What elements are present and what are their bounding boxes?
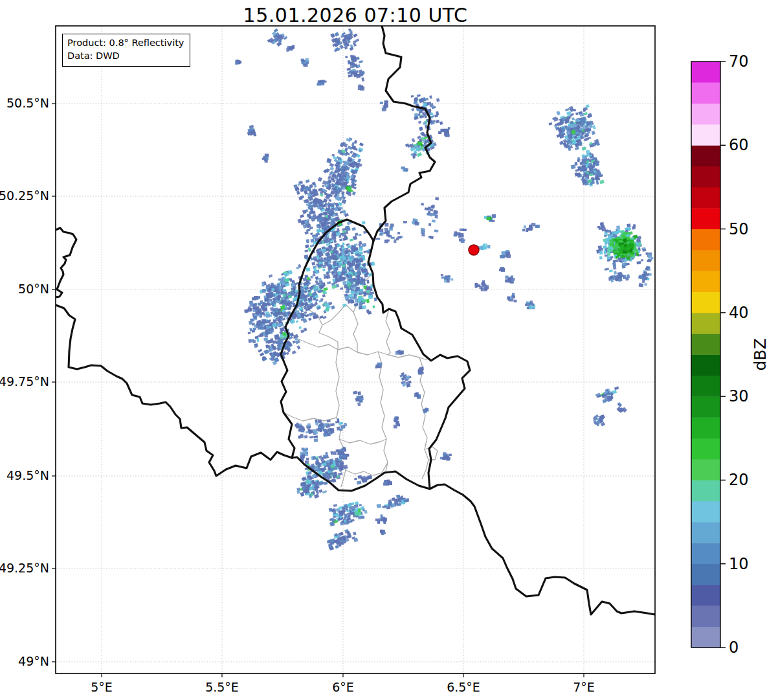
colorbar-segment xyxy=(691,585,720,606)
radar-cell xyxy=(300,434,304,438)
radar-site-marker xyxy=(469,245,479,255)
radar-cell xyxy=(448,127,450,130)
x-tick-label: 5.5°E xyxy=(205,680,239,694)
radar-cell xyxy=(428,223,432,226)
radar-cell xyxy=(507,279,511,281)
map-canvas: 5°E5.5°E6°E6.5°E7°E50.5°N50.25°N50°N49.7… xyxy=(0,0,778,700)
colorbar-segment xyxy=(691,501,720,523)
radar-cell xyxy=(302,455,305,458)
radar-cell xyxy=(342,455,346,458)
colorbar-segment xyxy=(691,627,720,648)
radar-cell xyxy=(461,238,463,240)
radar-cell xyxy=(357,402,361,406)
radar-cell xyxy=(320,423,324,427)
radar-cell xyxy=(392,497,395,501)
radar-cell xyxy=(632,226,636,230)
radar-cell xyxy=(397,232,400,234)
radar-cell xyxy=(304,435,308,438)
radar-cell xyxy=(505,276,508,279)
radar-cell xyxy=(344,449,346,452)
radar-cell xyxy=(483,243,487,245)
radar-cell xyxy=(280,318,283,321)
radar-cell xyxy=(530,300,533,304)
y-tick-label: 49.5°N xyxy=(6,468,49,482)
colorbar-segment xyxy=(691,208,720,229)
radar-cell xyxy=(255,307,259,310)
y-tick-label: 50.5°N xyxy=(6,96,49,110)
radar-cell xyxy=(379,363,383,366)
y-tick-label: 50.25°N xyxy=(0,188,49,203)
radar-cell xyxy=(431,205,435,209)
radar-cell xyxy=(397,350,401,353)
radar-cell xyxy=(384,480,389,482)
radar-cell xyxy=(597,226,600,229)
radar-cell xyxy=(265,299,269,302)
radar-cell xyxy=(606,256,610,260)
radar-cell xyxy=(347,187,350,190)
radar-cell xyxy=(492,214,496,218)
radar-cell xyxy=(604,232,608,235)
radar-cell xyxy=(390,481,392,484)
radar-cell xyxy=(306,447,308,449)
radar-map-figure: 5°E5.5°E6°E6.5°E7°E50.5°N50.25°N50°N49.7… xyxy=(0,0,778,700)
radar-cell xyxy=(340,451,343,455)
radar-cell xyxy=(638,242,641,246)
radar-echo-cluster xyxy=(355,509,361,516)
radar-cell xyxy=(359,399,362,402)
radar-cell xyxy=(254,303,257,305)
product-annotation: Product: 0.8° Reflectivity Data: DWD xyxy=(62,34,190,67)
radar-cell xyxy=(397,236,401,239)
radar-cell xyxy=(624,247,627,251)
radar-cell xyxy=(384,223,388,227)
radar-echo-cluster xyxy=(487,217,492,220)
radar-cell xyxy=(278,278,283,281)
colorbar-tick-label: 40 xyxy=(729,304,749,322)
radar-cell xyxy=(500,255,504,258)
radar-cell xyxy=(355,265,359,270)
radar-cell xyxy=(346,280,350,284)
radar-cell xyxy=(276,291,279,294)
radar-cell xyxy=(487,245,490,248)
x-tick-label: 7°E xyxy=(573,680,595,694)
radar-cell xyxy=(605,241,608,244)
radar-cell xyxy=(627,227,631,231)
colorbar-segment xyxy=(691,229,720,251)
radar-cell xyxy=(435,197,439,201)
radar-cell xyxy=(391,237,395,239)
radar-cell xyxy=(272,323,277,328)
radar-cell xyxy=(377,504,381,508)
radar-cell xyxy=(449,454,452,457)
radar-cell xyxy=(433,210,437,213)
radar-cell xyxy=(514,300,517,302)
annotation-product-line: Product: 0.8° Reflectivity xyxy=(67,36,184,49)
radar-cell xyxy=(524,225,526,228)
radar-cell xyxy=(306,458,309,460)
radar-cell xyxy=(249,301,253,304)
colorbar-segment xyxy=(691,376,720,397)
radar-cell xyxy=(531,223,536,226)
colorbar-segment xyxy=(691,522,720,543)
radar-cell xyxy=(600,223,603,225)
radar-cell xyxy=(612,275,616,278)
radar-cell xyxy=(258,303,261,306)
radar-cell xyxy=(641,259,643,262)
y-tick-label: 49.75°N xyxy=(0,374,49,389)
colorbar-segment xyxy=(691,438,720,460)
radar-cell xyxy=(487,218,491,220)
radar-cell xyxy=(445,131,449,135)
radar-cell xyxy=(401,350,404,354)
radar-cell xyxy=(274,287,277,289)
radar-cell xyxy=(350,297,353,300)
radar-cell xyxy=(358,509,361,512)
radar-cell xyxy=(273,320,277,323)
radar-cell xyxy=(389,229,393,231)
radar-cell xyxy=(526,228,528,232)
radar-cell xyxy=(361,86,364,89)
colorbar-segment xyxy=(691,104,720,125)
radar-cell xyxy=(301,430,305,433)
figure-title: 15.01.2026 07:10 UTC xyxy=(56,4,655,27)
radar-cell xyxy=(308,430,313,435)
radar-cell xyxy=(481,288,483,291)
colorbar-segment xyxy=(691,355,720,376)
radar-cell xyxy=(612,262,616,267)
